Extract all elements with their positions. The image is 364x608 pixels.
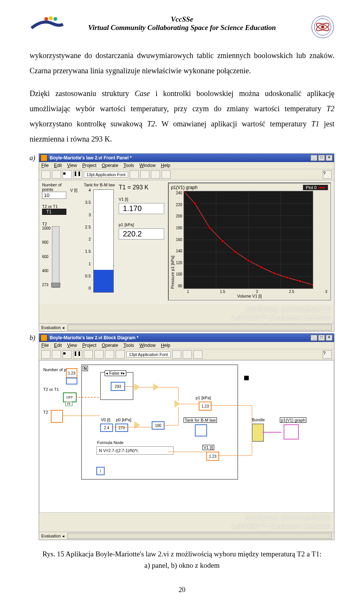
svg-point-1 (49, 16, 53, 20)
page-number: 20 (30, 586, 334, 594)
titlebar[interactable]: Boyle-Mariotte's law 2.vi Block Diagram … (39, 334, 334, 342)
bd-tank-label: Tank for B-M law (184, 417, 217, 423)
maximize-button[interactable]: □ (318, 155, 325, 161)
menu-tools[interactable]: Tools (124, 163, 134, 168)
minimize-button[interactable]: _ (311, 335, 317, 341)
step-button[interactable] (94, 350, 104, 359)
toolbar: ■ ❚❚ 13pt Application Font ? (39, 349, 334, 360)
breakpoint-icon[interactable] (244, 376, 249, 380)
menu-view[interactable]: View (67, 163, 77, 168)
t1-293-label: T1 = 293 K (119, 184, 164, 191)
menu-tools[interactable]: Tools (124, 343, 134, 348)
formula-node[interactable]: N V=2.7-((2.7-1)/N)*i; (96, 446, 174, 455)
menu-edit[interactable]: Edit (54, 343, 62, 348)
menubar[interactable]: File Edit View Project Operate Tools Win… (39, 162, 334, 169)
loop-i-terminal[interactable]: i (96, 467, 105, 475)
run-continuous-button[interactable] (52, 350, 61, 359)
bd-tf-label: TF (65, 402, 72, 406)
menu-project[interactable]: Project (82, 343, 96, 348)
menu-file[interactable]: File (41, 163, 49, 168)
menu-operate[interactable]: Operate (102, 163, 118, 168)
menu-edit[interactable]: Edit (54, 163, 62, 168)
resize-button[interactable] (151, 170, 160, 179)
bd-int-terminal[interactable] (66, 378, 77, 384)
stop-button[interactable]: ■ (63, 170, 72, 179)
bd-t2-terminal[interactable] (51, 410, 63, 423)
graph-title: p1(V1) graph (171, 185, 198, 190)
const-100[interactable]: 100 (152, 421, 165, 430)
help-button[interactable]: ? (323, 350, 332, 359)
tank-indicator (93, 189, 114, 293)
distribute-button[interactable] (140, 170, 149, 179)
menu-help[interactable]: Help (161, 343, 170, 348)
font-selector[interactable]: 13pt Application Font (126, 351, 171, 358)
bd-t2-or-t1-label: T2 or T1 (42, 387, 60, 392)
menu-file[interactable]: File (41, 343, 49, 348)
menu-help[interactable]: Help (161, 163, 170, 168)
help-button[interactable]: ? (323, 170, 332, 179)
const-v0[interactable]: 2.4 (100, 424, 113, 432)
step-over-button[interactable] (105, 350, 114, 359)
p1-indicator-terminal[interactable]: 1.23 (199, 402, 212, 411)
bd-bool-terminal[interactable]: OFF (63, 392, 77, 402)
reorder-button[interactable] (162, 170, 171, 179)
font-selector[interactable]: 13pt Application Font (84, 172, 128, 178)
page-header: VccSSe Virtual Community Collaborating S… (30, 15, 334, 32)
menu-project[interactable]: Project (82, 163, 96, 168)
divide-node-1[interactable] (153, 383, 159, 391)
menu-window[interactable]: Window (140, 163, 156, 168)
pause-button[interactable]: ❚❚ (73, 350, 82, 359)
svg-point-30 (286, 276, 288, 279)
tank-indicator-terminal[interactable] (195, 424, 207, 436)
bd-number-of-points-terminal[interactable]: 1.23 (66, 368, 77, 378)
menu-operate[interactable]: Operate (102, 343, 118, 348)
horizontal-scrollbar[interactable] (67, 533, 332, 539)
highlight-button[interactable] (84, 350, 93, 359)
const-293[interactable]: 293 (111, 382, 125, 391)
step-out-button[interactable] (116, 350, 125, 359)
run-continuous-button[interactable] (52, 170, 61, 179)
close-button[interactable]: × (326, 155, 333, 161)
menu-view[interactable]: View (67, 343, 77, 348)
t2-or-t1-label: T2 or T1 (42, 204, 66, 209)
case-selector-label[interactable]: ◂ False ▾▸ (105, 370, 126, 376)
block-diagram-window: Boyle-Mariotte's law 2.vi Block Diagram … (39, 333, 334, 540)
cleanup-button[interactable] (193, 350, 202, 359)
pause-button[interactable]: ❚❚ (73, 170, 82, 179)
distribute-button[interactable] (183, 350, 192, 359)
horizontal-scrollbar[interactable] (67, 324, 332, 331)
bd-graph-label: p1(V1) graph (280, 417, 306, 423)
menubar[interactable]: File Edit View Project Operate Tools Win… (39, 342, 334, 349)
svg-point-32 (311, 284, 313, 286)
stop-button[interactable]: ■ (63, 350, 72, 359)
block-diagram-canvas[interactable]: Number of points 1.23 T2 or T1 OFF TF T2… (39, 360, 334, 513)
multiply-node-1[interactable] (134, 383, 140, 391)
bundle-node[interactable] (252, 424, 264, 442)
maximize-button[interactable]: □ (318, 335, 325, 341)
t2-slider[interactable] (52, 226, 60, 288)
run-button[interactable] (41, 350, 50, 359)
const-273[interactable]: 273 (115, 424, 128, 432)
run-button[interactable] (41, 170, 50, 179)
plot-area[interactable] (184, 191, 313, 289)
v1-indicator-terminal[interactable]: 1.23 (206, 452, 219, 461)
statusbar: Evaluation ◂ (39, 532, 334, 540)
menu-window[interactable]: Window (140, 343, 156, 348)
titlebar[interactable]: Boyle-Mariotte's law 2.vi Front Panel * … (39, 154, 334, 162)
plot-legend[interactable]: Plot 0 (303, 185, 328, 190)
loop-n-terminal[interactable]: N (83, 366, 88, 371)
graph-terminal[interactable] (284, 424, 299, 439)
number-of-points-input[interactable]: 10 (42, 192, 66, 199)
app-icon (41, 154, 47, 161)
divide-node-2[interactable] (174, 400, 180, 408)
t1-toggle-button[interactable]: T1 (42, 209, 66, 215)
svg-point-28 (260, 266, 262, 269)
align-button[interactable] (172, 350, 181, 359)
app-icon (41, 334, 47, 341)
p1-label: p1 [kPa] (119, 222, 164, 227)
close-button[interactable]: × (326, 335, 333, 341)
multiply-node-2[interactable] (134, 421, 140, 429)
minimize-button[interactable]: _ (311, 155, 317, 161)
align-button[interactable] (130, 170, 139, 179)
y-axis-label: Pressure p1 [kPa] (170, 191, 175, 289)
